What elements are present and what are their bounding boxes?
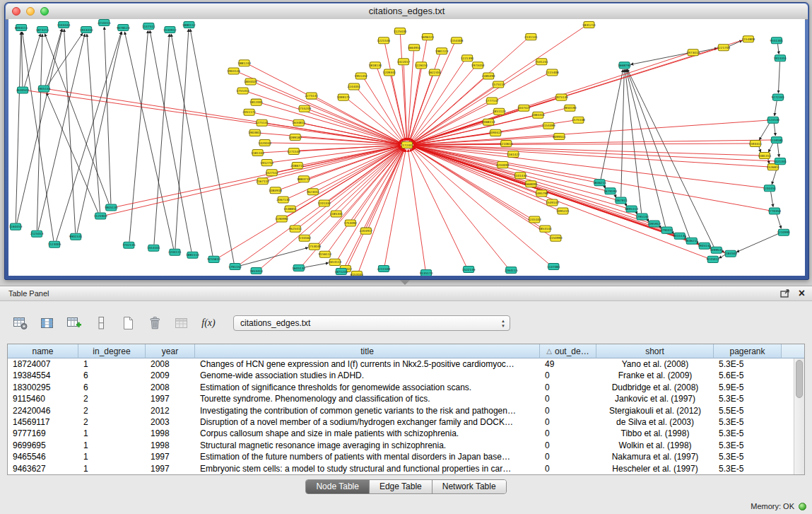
zoom-window-button[interactable]	[40, 7, 49, 16]
show-columns-button[interactable]	[37, 313, 58, 333]
graph-node[interactable]: 8099511	[553, 133, 566, 139]
graph-node[interactable]: 2051172	[242, 109, 256, 115]
graph-node[interactable]: 8153104	[351, 271, 364, 276]
graph-node[interactable]: 1913410	[80, 27, 93, 33]
graph-node[interactable]: 1147511	[142, 23, 155, 30]
graph-node[interactable]: 1047427	[517, 105, 531, 111]
graph-node[interactable]: 7850193	[563, 105, 577, 111]
import-table-button[interactable]	[171, 313, 192, 333]
graph-node[interactable]: 1154499	[542, 122, 555, 129]
graph-node[interactable]: 2211509	[377, 265, 391, 271]
graph-node[interactable]: 1905133	[37, 86, 51, 92]
graph-node[interactable]: 1755314	[236, 88, 249, 94]
graph-node[interactable]: 9135170	[420, 269, 433, 276]
graph-node[interactable]: 2485093	[482, 73, 495, 79]
graph-node[interactable]: 2630507	[16, 87, 30, 93]
graph-node[interactable]: 1161427	[507, 151, 520, 158]
graph-node[interactable]: 1221709	[717, 45, 730, 51]
graph-node[interactable]: 9156114	[318, 251, 331, 257]
window-titlebar[interactable]: citations_edges.txt	[6, 4, 808, 20]
column-header-name[interactable]: name	[8, 344, 78, 358]
table-row[interactable]: 1938455462009Genome-wide association stu…	[8, 370, 804, 381]
graph-node[interactable]: 1755209	[298, 105, 311, 112]
graph-node[interactable]: 1185331	[329, 211, 343, 217]
graph-node[interactable]: 2067133	[276, 197, 290, 203]
close-window-button[interactable]	[12, 7, 20, 16]
graph-node[interactable]: 1099175	[336, 94, 350, 100]
splitter-handle[interactable]	[400, 280, 410, 285]
close-panel-icon[interactable]: ×	[799, 288, 805, 299]
graph-node[interactable]: 1553101	[147, 245, 160, 251]
graph-node[interactable]: 1154808	[742, 36, 755, 42]
graph-node[interactable]: 1791152	[228, 263, 242, 269]
new-table-button[interactable]	[117, 313, 139, 333]
graph-node[interactable]: 7531241	[535, 59, 548, 65]
graph-node[interactable]: 1124530	[767, 117, 780, 123]
graph-node[interactable]: 1549143	[546, 199, 559, 206]
column-header-out-degree[interactable]: △ out_de…	[540, 344, 596, 358]
graph-node[interactable]: 1495798	[535, 190, 548, 197]
column-header-short[interactable]: short	[596, 344, 714, 358]
graph-node[interactable]: 1184503	[724, 250, 737, 257]
graph-node[interactable]: 17240	[401, 141, 412, 148]
graph-node[interactable]: 1154408	[450, 37, 464, 44]
graph-node[interactable]: 1912753	[260, 160, 273, 166]
graph-node[interactable]: 1881513	[186, 252, 199, 258]
graph-node[interactable]: 2115408	[546, 69, 559, 76]
table-row[interactable]: 977716911998Corpus callosum shape and si…	[8, 428, 804, 439]
graph-node[interactable]: 1913351	[774, 55, 787, 62]
graph-node[interactable]: 2167110	[256, 178, 269, 185]
graph-node[interactable]: 2204111	[168, 249, 182, 255]
graph-node[interactable]: 1653113	[328, 259, 341, 265]
graph-node[interactable]: 1668091	[524, 181, 538, 187]
graph-node[interactable]: 1622451	[428, 69, 442, 76]
graph-node[interactable]: 2210415	[98, 20, 111, 26]
graph-node[interactable]: 9015133	[673, 233, 686, 239]
column-header-in-degree[interactable]: in_degree	[78, 344, 146, 358]
graph-node[interactable]: 1160453	[9, 223, 23, 230]
graph-node[interactable]: 1093427	[489, 129, 502, 136]
graph-node[interactable]: 1973453	[471, 62, 485, 69]
graph-node[interactable]: 7623451	[306, 189, 319, 195]
graph-node[interactable]: 1770354	[768, 208, 782, 214]
graph-node[interactable]: 1538851	[283, 206, 297, 212]
column-header-title[interactable]: title	[195, 344, 540, 358]
table-row[interactable]: 946362711997Embryonic stem cells: a mode…	[8, 463, 804, 474]
graph-node[interactable]: 1777147	[486, 98, 499, 104]
graph-node[interactable]: 1181103	[251, 150, 264, 156]
graph-node[interactable]: 2131141	[524, 34, 538, 40]
graph-node[interactable]: 1137081	[547, 263, 560, 269]
graph-node[interactable]: 9901531	[69, 233, 83, 240]
float-panel-icon[interactable]	[780, 289, 790, 298]
graph-node[interactable]: 1204451	[763, 185, 777, 192]
graph-node[interactable]: 1646211	[685, 238, 698, 244]
tab-network-table[interactable]: Network Table	[433, 480, 506, 493]
graph-node[interactable]: 1795134	[635, 214, 649, 220]
graph-node[interactable]: 9255610	[207, 256, 220, 262]
table-row[interactable]: 1456911722003Disruption of a novel membe…	[8, 416, 804, 428]
graph-node[interactable]: 1101432	[514, 173, 527, 179]
graph-node[interactable]: 1226151	[415, 62, 428, 69]
table-vertical-scrollbar[interactable]	[794, 358, 804, 474]
minimize-window-button[interactable]	[26, 7, 35, 16]
table-selector[interactable]: citations_edges.txt ▲▼	[233, 315, 510, 331]
row-height-button[interactable]	[90, 313, 112, 333]
tab-edge-table[interactable]: Edge Table	[370, 480, 433, 493]
graph-node[interactable]: 1664951	[408, 45, 421, 51]
graph-node[interactable]: 1190992	[275, 216, 288, 222]
graph-node[interactable]: 1123005	[48, 241, 61, 247]
create-column-button[interactable]	[64, 313, 85, 333]
graph-node[interactable]: 1210614	[500, 140, 513, 146]
graph-node[interactable]: 1271533	[287, 148, 300, 155]
graph-node[interactable]: 1081314	[758, 153, 772, 159]
graph-node[interactable]: 1880112	[182, 22, 196, 28]
graph-node[interactable]: 1210991	[777, 229, 791, 235]
table-row[interactable]: 969969511998Structural magnetic resonanc…	[8, 440, 804, 451]
scrollbar-thumb[interactable]	[796, 360, 803, 398]
graph-node[interactable]: 2086711	[290, 163, 304, 169]
graph-node[interactable]: 8994111	[15, 25, 28, 31]
graph-node[interactable]: 1668794	[618, 62, 631, 69]
graph-node[interactable]: 7234562	[298, 235, 311, 241]
graph-node[interactable]: 1818134	[369, 62, 382, 69]
graph-node[interactable]: 1881243	[237, 60, 251, 66]
